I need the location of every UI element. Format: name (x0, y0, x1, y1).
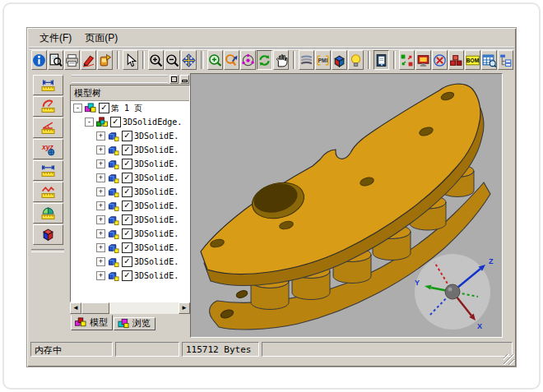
tab-browse[interactable]: 浏览 (114, 317, 155, 330)
part-checkbox[interactable]: ✓ (122, 159, 132, 169)
measure-curve-button[interactable] (33, 182, 63, 202)
measure-toolbar: xyz (30, 73, 66, 339)
measure-radius-icon (41, 99, 55, 113)
dock-maximize-button[interactable] (169, 75, 179, 84)
expand-toggle[interactable]: + (96, 159, 105, 168)
menu-page[interactable]: 页面(P) (79, 30, 123, 47)
tree-item-part[interactable]: + ✓ 3DSolidE. (71, 241, 189, 255)
tab-model[interactable]: 模型 (71, 315, 113, 330)
tree-item-part[interactable]: + ✓ 3DSolidE. (71, 129, 189, 143)
part-checkbox[interactable]: ✓ (122, 173, 132, 183)
assembly-button[interactable] (448, 50, 464, 70)
measure-area-button[interactable] (33, 203, 63, 224)
tab-label: 浏览 (132, 317, 151, 330)
status-memory: 内存中 (30, 342, 113, 357)
part-checkbox[interactable]: ✓ (122, 131, 132, 141)
expand-toggle[interactable]: + (96, 201, 105, 210)
part-checkbox[interactable]: ✓ (122, 187, 132, 197)
measure-coordinate-button[interactable]: xyz (33, 139, 63, 159)
part-checkbox[interactable]: ✓ (122, 201, 132, 211)
lighting-button[interactable] (348, 50, 364, 70)
refresh-view-button[interactable] (257, 50, 272, 70)
tree-item-part[interactable]: + ✓ 3DSolidE. (71, 255, 189, 269)
export-button[interactable] (97, 50, 113, 70)
scrollbar-thumb[interactable] (81, 302, 109, 314)
tree-item-part[interactable]: + ✓ 3DSolidE. (71, 157, 189, 171)
part-checkbox[interactable]: ✓ (122, 228, 132, 239)
tree-item-part[interactable]: + ✓ 3DSolidE. (71, 143, 189, 157)
move-part-button[interactable] (432, 50, 448, 70)
part-checkbox[interactable]: ✓ (122, 214, 132, 225)
print-button[interactable] (64, 50, 80, 70)
page-checkbox[interactable]: ✓ (99, 103, 109, 113)
report-table-button[interactable] (481, 50, 497, 70)
expand-toggle[interactable]: + (96, 131, 105, 141)
part-checkbox[interactable]: ✓ (122, 256, 132, 267)
zoom-select-icon (225, 53, 239, 67)
view-orientation-icon (332, 53, 346, 67)
view-orientation-button[interactable] (332, 50, 347, 70)
info-button[interactable] (31, 50, 47, 70)
tree-item-part[interactable]: + ✓ 3DSolidE. (71, 185, 189, 199)
tree-view-button[interactable] (498, 50, 513, 70)
zoom-in-icon (149, 53, 163, 67)
measure-radius-button[interactable] (33, 96, 63, 117)
expand-toggle[interactable]: + (96, 215, 105, 224)
dock-header[interactable] (70, 73, 190, 85)
zoom-window-button[interactable] (207, 50, 223, 70)
part-checkbox[interactable]: ✓ (122, 270, 132, 281)
select-cursor-button[interactable] (123, 50, 138, 70)
expand-toggle[interactable]: + (96, 229, 105, 238)
expand-toggle[interactable]: + (96, 257, 105, 266)
tree-item-assembly[interactable]: - ✓ 3DSolidEdge. (71, 115, 189, 129)
notebook-button[interactable] (374, 50, 389, 70)
expand-toggle[interactable]: + (96, 243, 105, 252)
tree-item-page[interactable]: - ✓ 第 1 页 (71, 101, 189, 115)
axis-label-y: Y (415, 279, 420, 287)
section-box-button[interactable] (33, 224, 63, 245)
tree-item-part[interactable]: + ✓ 3DSolidE. (71, 269, 189, 283)
dock-hide-button[interactable] (180, 75, 189, 84)
pmi-button[interactable]: PMI (315, 50, 331, 70)
tree-item-part[interactable]: + ✓ 3DSolidE. (71, 227, 189, 241)
print-icon (65, 53, 79, 67)
part-checkbox[interactable]: ✓ (122, 242, 132, 253)
explode-button[interactable] (399, 50, 415, 70)
scroll-right-button[interactable]: ► (179, 302, 190, 314)
axis-indicator[interactable]: Z X Y (415, 254, 494, 330)
viewport-canvas[interactable]: Z X Y (190, 73, 503, 338)
zoom-out-button[interactable] (165, 50, 180, 70)
render-mode-button[interactable] (415, 50, 431, 70)
measure-distance-button[interactable] (33, 160, 63, 181)
expand-toggle[interactable]: + (96, 173, 105, 182)
expand-toggle[interactable]: + (96, 271, 105, 280)
bom-button[interactable]: BOM (465, 50, 480, 70)
dock-grip-handle[interactable] (72, 75, 168, 84)
collapse-toggle[interactable]: - (73, 104, 82, 113)
assembly-checkbox[interactable]: ✓ (110, 117, 121, 127)
print-preview-button[interactable] (48, 50, 63, 70)
tree-item-part[interactable]: + ✓ 3DSolidE. (71, 213, 189, 227)
part-icon (107, 187, 120, 197)
zoom-in-button[interactable] (148, 50, 164, 70)
expand-toggle[interactable]: + (96, 187, 105, 196)
zoom-select-button[interactable] (224, 50, 239, 70)
measure-angle-button[interactable] (33, 118, 63, 138)
resize-grip[interactable] (504, 354, 514, 365)
expand-toggle[interactable]: + (96, 145, 105, 154)
menu-file[interactable]: 文件(F) (34, 30, 77, 47)
measure-horizontal-button[interactable] (33, 75, 63, 95)
collapse-toggle[interactable]: - (85, 118, 94, 127)
markup-pen-button[interactable] (81, 50, 96, 70)
hand-pan-button[interactable] (273, 50, 289, 70)
layers-button[interactable] (299, 50, 314, 70)
tree-item-part[interactable]: + ✓ 3DSolidE. (71, 199, 189, 213)
report-table-icon (482, 53, 496, 67)
status-cell (262, 342, 513, 357)
rotate-view-button[interactable] (240, 50, 256, 70)
tree-horizontal-scrollbar[interactable]: ◄ ► (70, 302, 190, 314)
part-checkbox[interactable]: ✓ (122, 145, 132, 155)
tree-item-part[interactable]: + ✓ 3DSolidE. (71, 171, 189, 185)
scroll-left-button[interactable]: ◄ (70, 302, 81, 314)
pan-move-button[interactable] (181, 50, 197, 70)
